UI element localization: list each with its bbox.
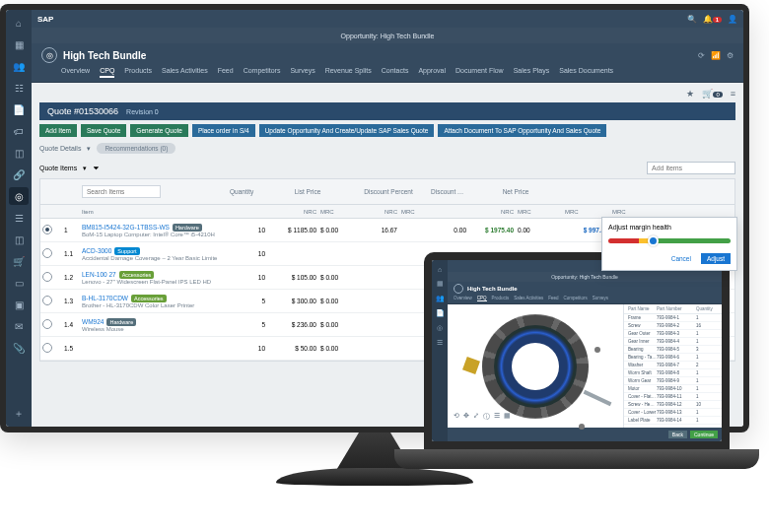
list-icon[interactable]: ☰ — [9, 209, 29, 227]
zoom-icon[interactable]: ⤢ — [473, 412, 479, 422]
tab-overview[interactable]: Overview — [61, 65, 90, 78]
tab-competitors[interactable]: Competitors — [564, 296, 588, 301]
tab-revenue-splits[interactable]: Revenue Splits — [325, 65, 372, 78]
star-icon[interactable]: ★ — [686, 89, 694, 99]
continue-button[interactable]: Continue — [690, 431, 718, 438]
row-radio[interactable] — [42, 296, 52, 305]
user-icon[interactable]: 👤 — [728, 15, 737, 24]
org-icon[interactable]: ☷ — [9, 79, 29, 97]
tab-cpq[interactable]: CPQ — [477, 296, 487, 301]
link-icon[interactable]: 🔗 — [9, 166, 29, 183]
chart-icon[interactable]: ◫ — [9, 231, 29, 248]
tab-approval[interactable]: Approval — [418, 65, 446, 78]
menu-icon[interactable]: ≡ — [731, 89, 735, 99]
part-row[interactable]: Worm Shaft793-9984-81 — [624, 369, 722, 377]
tab-products[interactable]: Products — [492, 296, 510, 301]
attach-document-button[interactable]: Attach Document To SAP Opportunity And S… — [438, 124, 606, 137]
tab-sales-activities[interactable]: Sales Activities — [514, 296, 543, 301]
doc-icon[interactable]: 📄 — [9, 100, 29, 118]
search-icon[interactable]: 🔍 — [687, 15, 697, 24]
tab-surveys[interactable]: Surveys — [593, 296, 608, 301]
tab-feed[interactable]: Feed — [548, 296, 558, 301]
cart-icon-small[interactable]: 🛒0 — [702, 89, 722, 99]
settings-icon[interactable]: ⚙ — [727, 51, 734, 60]
slider-handle[interactable] — [648, 235, 659, 246]
margin-slider[interactable] — [608, 238, 731, 243]
people-icon[interactable]: 👥 — [434, 293, 446, 304]
target-icon[interactable]: ◎ — [434, 322, 446, 334]
target-icon[interactable]: ◎ — [9, 187, 29, 205]
chevron-down-icon[interactable]: ▾ — [87, 145, 91, 153]
add-icon[interactable]: ＋ — [9, 405, 29, 423]
part-row[interactable]: Screw793-9984-216 — [624, 322, 722, 330]
tab-surveys[interactable]: Surveys — [290, 65, 315, 78]
calendar-icon[interactable]: ▦ — [434, 278, 446, 290]
product-name[interactable]: ACD-3000 — [82, 247, 111, 254]
bell-icon[interactable]: 🔔1 — [703, 15, 722, 24]
product-name[interactable]: LEN-100 27 — [82, 271, 116, 278]
row-radio[interactable] — [42, 248, 52, 258]
folder-icon[interactable]: ▭ — [9, 274, 29, 292]
home-icon[interactable]: ⌂ — [434, 263, 446, 275]
info-icon[interactable]: ⓘ — [483, 412, 490, 422]
refresh-icon[interactable]: ⟳ — [698, 51, 705, 60]
clip-icon[interactable]: 📎 — [9, 339, 29, 357]
part-row[interactable]: Label Plate793-9984-141 — [624, 417, 722, 425]
save-quote-button[interactable]: Save Quote — [81, 124, 126, 137]
adjust-button[interactable]: Adjust — [701, 253, 731, 264]
part-row[interactable]: Worm Gear793-9984-91 — [624, 377, 722, 385]
revision-label[interactable]: Revision 0 — [126, 108, 159, 115]
part-row[interactable]: Motor793-9984-101 — [624, 385, 722, 393]
product-3d-canvas[interactable]: ⟲ ✥ ⤢ ⓘ ☰ ▦ — [448, 304, 623, 428]
generate-quote-button[interactable]: Generate Quote — [130, 124, 188, 137]
cancel-button[interactable]: Cancel — [665, 253, 697, 264]
product-name[interactable]: BM815-I5424-32G-1TBSS-WS — [82, 224, 170, 231]
tab-sales-documents[interactable]: Sales Documents — [559, 65, 613, 78]
tab-contacts[interactable]: Contacts — [382, 65, 409, 78]
tab-overview[interactable]: Overview — [454, 296, 472, 301]
part-row[interactable]: Bearing793-9984-53 — [624, 346, 722, 354]
part-row[interactable]: Cover - Flat Upper793-9984-111 — [624, 393, 722, 401]
pan-icon[interactable]: ✥ — [463, 412, 469, 422]
add-item-button[interactable]: Add Item — [39, 124, 77, 137]
tab-products[interactable]: Products — [124, 65, 152, 78]
home-icon[interactable]: ⌂ — [9, 14, 29, 32]
part-row[interactable]: Gear Inner793-9984-41 — [624, 338, 722, 346]
list-icon[interactable]: ☰ — [434, 337, 446, 349]
filter-icon[interactable]: ⏷ — [93, 165, 100, 171]
tab-document-flow[interactable]: Document Flow — [455, 65, 504, 78]
cart-icon[interactable]: 🛒 — [9, 252, 29, 270]
doc-icon[interactable]: 📄 — [434, 307, 446, 319]
calendar-icon[interactable]: ▦ — [9, 35, 29, 53]
tab-sales-plays[interactable]: Sales Plays — [514, 65, 550, 78]
part-row[interactable]: Frame793-9984-11 — [624, 314, 722, 322]
grid-icon[interactable]: ▦ — [504, 412, 511, 422]
quote-details-label[interactable]: Quote Details — [39, 145, 81, 152]
tag-icon[interactable]: 🏷 — [9, 122, 29, 140]
layers-icon[interactable]: ☰ — [494, 412, 500, 422]
part-row[interactable]: Gear Outer793-9984-31 — [624, 330, 722, 338]
tab-cpq[interactable]: CPQ — [100, 65, 114, 78]
product-name[interactable]: WM924 — [82, 318, 104, 325]
search-items-input[interactable] — [82, 185, 161, 198]
tab-sales-activities[interactable]: Sales Activities — [162, 65, 208, 78]
part-row[interactable]: Washer793-9984-72 — [624, 362, 722, 369]
row-radio[interactable] — [42, 272, 52, 282]
rotate-icon[interactable]: ⟲ — [454, 412, 459, 422]
mail-icon[interactable]: ✉ — [9, 317, 29, 335]
rss-icon[interactable]: 📶 — [711, 51, 721, 60]
place-order-button[interactable]: Place order in S/4 — [192, 124, 255, 137]
product-name[interactable]: B-HL-3170CDW — [82, 295, 128, 301]
tab-competitors[interactable]: Competitors — [244, 65, 281, 78]
part-row[interactable]: Cover - Lower793-9984-131 — [624, 409, 722, 417]
people-icon[interactable]: 👥 — [9, 57, 29, 75]
tab-feed[interactable]: Feed — [218, 65, 234, 78]
back-button[interactable]: Back — [668, 431, 687, 438]
part-row[interactable]: Screw - Hex Head793-9984-1210 — [624, 401, 722, 409]
update-opportunity-button[interactable]: Update Opportunity And Create/Update SAP… — [259, 124, 435, 137]
add-items-input[interactable] — [647, 162, 735, 174]
row-radio[interactable] — [42, 343, 52, 353]
cube-icon[interactable]: ▣ — [9, 296, 29, 313]
chevron-down-icon[interactable]: ▾ — [83, 165, 87, 172]
part-row[interactable]: Bearing - Tapered793-9984-61 — [624, 354, 722, 362]
